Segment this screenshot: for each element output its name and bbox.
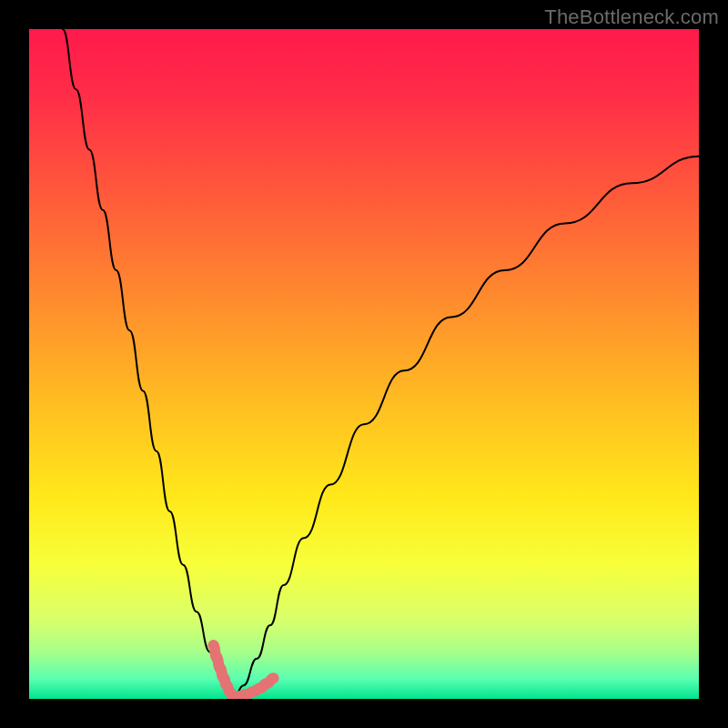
watermark-text: TheBottleneck.com bbox=[544, 5, 719, 29]
right-v-curve bbox=[233, 157, 699, 699]
dip-highlight-left bbox=[213, 645, 233, 697]
left-v-curve bbox=[63, 29, 234, 699]
chart-curves bbox=[29, 29, 699, 699]
chart-frame: TheBottleneck.com bbox=[0, 0, 728, 728]
plot-area bbox=[29, 29, 699, 699]
